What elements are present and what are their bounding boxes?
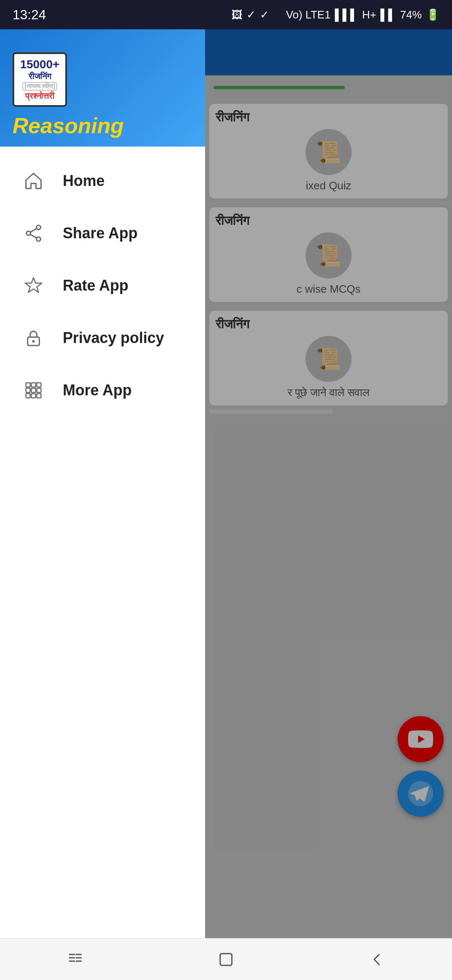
menu-item-privacy[interactable]: Privacy policy [0, 312, 205, 364]
svg-rect-13 [26, 388, 30, 392]
hplus-icon: H+ [362, 8, 376, 21]
signal2-icon: ▌▌ [380, 8, 396, 21]
svg-line-5 [31, 229, 36, 232]
share-icon [21, 221, 46, 246]
svg-point-9 [32, 340, 35, 343]
drawer-header: 15000+ रीजनिंग [व्याख्या सहित] प्रश्नोत्… [0, 29, 205, 147]
svg-point-2 [36, 225, 41, 230]
logo-red-text: प्रश्नोत्तरी [25, 91, 54, 101]
menu-item-rate[interactable]: Rate App [0, 260, 205, 312]
lock-icon [21, 325, 46, 351]
home-icon [21, 168, 46, 193]
svg-marker-7 [25, 278, 42, 292]
recent-apps-button[interactable] [59, 943, 92, 976]
menu-item-home[interactable]: Home [0, 155, 205, 207]
battery-icon: 🔋 [426, 8, 439, 21]
svg-rect-14 [31, 388, 36, 392]
svg-rect-11 [31, 383, 36, 387]
media-icon: 🖼 [231, 8, 242, 21]
svg-rect-10 [26, 383, 30, 387]
status-time: 13:24 [13, 7, 46, 23]
menu-label-more: More App [63, 382, 132, 399]
home-button[interactable] [209, 943, 243, 976]
menu-label-home: Home [63, 172, 105, 190]
menu-label-share: Share App [63, 224, 138, 242]
overlay-dim[interactable] [205, 29, 452, 938]
back-button[interactable] [360, 943, 393, 976]
navigation-drawer: 15000+ रीजनिंग [व्याख्या सहित] प्रश्नोत्… [0, 29, 205, 938]
status-icons: 🖼 ✓ ✓ Vo) LTE1 ▌▌▌ H+ ▌▌ 74% 🔋 [231, 8, 439, 21]
svg-rect-25 [220, 954, 232, 965]
bottom-nav [0, 938, 452, 980]
app-logo: 15000+ रीजनिंग [व्याख्या सहित] प्रश्नोत्… [13, 52, 67, 107]
network-text: Vo) LTE1 [286, 8, 330, 21]
svg-rect-18 [37, 394, 41, 398]
menu-label-rate: Rate App [63, 277, 128, 294]
logo-sub-text: [व्याख्या सहित] [23, 82, 57, 90]
menu-item-share[interactable]: Share App [0, 207, 205, 260]
svg-rect-17 [31, 394, 36, 398]
svg-point-3 [26, 231, 31, 235]
logo-hindi-text: रीजनिंग [28, 71, 51, 81]
signal-icon: ▌▌▌ [335, 8, 358, 21]
app-title: Reasoning [13, 113, 193, 138]
menu-label-privacy: Privacy policy [63, 329, 164, 347]
logo-number: 15000+ [20, 58, 59, 71]
grid-icon [21, 378, 46, 403]
drawer-menu: Home Share App Rate App [0, 147, 205, 938]
svg-point-4 [36, 237, 41, 241]
svg-line-6 [31, 235, 36, 238]
menu-item-more[interactable]: More App [0, 364, 205, 417]
svg-rect-12 [37, 383, 41, 387]
battery-text: 74% [400, 8, 422, 21]
check-icon2: ✓ [260, 8, 269, 21]
svg-rect-15 [37, 388, 41, 392]
check-icon1: ✓ [247, 8, 256, 21]
star-icon [21, 273, 46, 298]
svg-rect-16 [26, 394, 30, 398]
status-bar: 13:24 🖼 ✓ ✓ Vo) LTE1 ▌▌▌ H+ ▌▌ 74% 🔋 [0, 0, 452, 29]
